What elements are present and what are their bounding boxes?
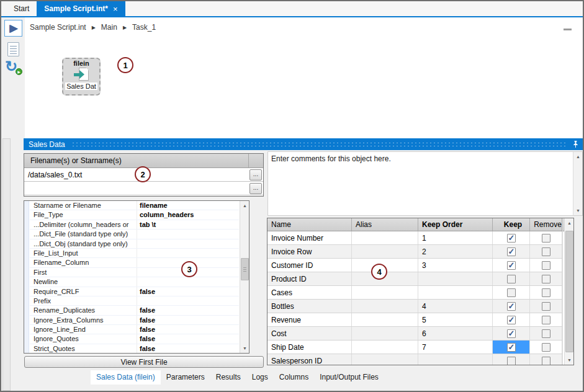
header-alias[interactable]: Alias [352, 218, 418, 231]
keep-checkbox[interactable] [507, 261, 516, 270]
cell-remove[interactable] [530, 231, 562, 244]
tab-logs[interactable]: Logs [246, 370, 274, 385]
remove-checkbox[interactable] [542, 302, 550, 311]
cell-alias[interactable] [352, 231, 418, 244]
property-value[interactable] [137, 239, 239, 248]
keep-checkbox[interactable] [507, 343, 516, 352]
cell-keep[interactable] [493, 300, 530, 313]
property-row[interactable]: Ignore_Line_Endfalse [30, 325, 239, 334]
cell-name[interactable]: Salesperson ID [267, 354, 352, 365]
property-value[interactable] [137, 249, 239, 257]
cell-alias[interactable] [352, 341, 418, 354]
keep-checkbox[interactable] [507, 357, 516, 365]
cell-keep[interactable] [493, 231, 530, 244]
scrollbar-thumb[interactable] [565, 231, 573, 352]
minimize-panel-icon[interactable] [564, 29, 572, 30]
header-remove[interactable]: Remove [530, 218, 562, 231]
comments-scrollbar[interactable]: ▲ ▼ [573, 152, 582, 215]
cell-alias[interactable] [352, 286, 418, 299]
cell-keep[interactable] [493, 245, 530, 258]
scroll-up-icon[interactable]: ▲ [565, 218, 574, 228]
property-row[interactable]: First [30, 268, 239, 277]
remove-checkbox[interactable] [542, 234, 550, 243]
tab-start[interactable]: Start [6, 1, 37, 16]
cell-keep-order[interactable]: 3 [418, 259, 493, 272]
property-row[interactable]: Ignore_Extra_Columnsfalse [30, 316, 239, 325]
cell-keep-order[interactable]: 6 [418, 327, 493, 340]
header-keep-order[interactable]: Keep Order [418, 218, 493, 231]
tab-parameters[interactable]: Parameters [161, 370, 210, 385]
remove-checkbox[interactable] [542, 343, 550, 352]
pin-icon[interactable] [572, 140, 579, 148]
run-button[interactable]: ▶ [4, 20, 22, 37]
tab-close-icon[interactable]: × [113, 4, 118, 14]
property-row[interactable]: Require_CRLFfalse [30, 287, 239, 296]
property-row[interactable]: Starname or Filenamefilename [30, 201, 239, 210]
property-row[interactable]: Ignore_Quotesfalse [30, 334, 239, 344]
scrollbar-thumb[interactable] [241, 258, 249, 280]
cell-name[interactable]: Bottles [267, 300, 352, 313]
cell-remove[interactable] [530, 313, 562, 326]
remove-checkbox[interactable] [542, 247, 550, 256]
tab-results[interactable]: Results [210, 370, 246, 385]
scroll-down-icon[interactable]: ▼ [565, 355, 574, 365]
cell-keep[interactable] [493, 313, 530, 326]
cell-keep-selected[interactable] [493, 341, 530, 354]
property-value[interactable]: false [137, 287, 239, 296]
cell-remove[interactable] [530, 259, 562, 272]
cell-name[interactable]: Product ID [267, 272, 352, 285]
property-value[interactable]: column_headers [137, 210, 239, 219]
cell-keep[interactable] [493, 272, 530, 285]
browse-button[interactable]: ... [249, 183, 262, 194]
cell-keep[interactable] [493, 354, 530, 365]
cell-alias[interactable] [352, 313, 418, 326]
property-row[interactable]: File_Typecolumn_headers [30, 210, 239, 220]
cell-keep[interactable] [493, 286, 530, 299]
cell-keep-order[interactable] [418, 272, 493, 285]
property-row[interactable]: Filename_Column [30, 258, 239, 267]
property-row[interactable]: Newline [30, 277, 239, 287]
property-value[interactable] [137, 277, 239, 286]
cell-keep-order[interactable]: 7 [418, 341, 493, 354]
property-value[interactable]: false [137, 325, 239, 334]
remove-checkbox[interactable] [542, 329, 550, 338]
cell-keep-order[interactable]: 1 [418, 231, 493, 244]
property-value[interactable] [137, 229, 239, 238]
property-grid-scrollbar[interactable]: ▲ ▼ [240, 201, 249, 353]
cell-keep-order[interactable] [418, 354, 493, 365]
cell-name[interactable]: Customer ID [267, 259, 352, 272]
tab-input-output-files[interactable]: Input/Output Files [314, 370, 384, 385]
tab-columns[interactable]: Columns [274, 370, 314, 385]
breadcrumb-script[interactable]: Sample Script.int [30, 23, 86, 32]
cell-remove[interactable] [530, 354, 562, 365]
cell-remove[interactable] [530, 300, 562, 313]
cell-name[interactable]: Invoice Number [267, 231, 352, 244]
cell-alias[interactable] [352, 327, 418, 340]
property-value[interactable]: false [137, 334, 239, 343]
keep-checkbox[interactable] [507, 302, 516, 311]
tab-sample-script[interactable]: Sample Script.int* × [37, 1, 125, 16]
cell-alias[interactable] [352, 354, 418, 365]
breadcrumb-task[interactable]: Task_1 [132, 23, 156, 32]
cell-keep-order[interactable]: 4 [418, 300, 493, 313]
columns-table-scrollbar[interactable]: ▲ ▼ [564, 218, 573, 365]
keep-checkbox[interactable] [507, 288, 516, 297]
property-value[interactable]: false [137, 316, 239, 324]
collapsed-splitter[interactable] [2, 138, 11, 391]
remove-checkbox[interactable] [542, 316, 550, 324]
cell-keep[interactable] [493, 327, 530, 340]
browse-button[interactable]: ... [249, 169, 262, 180]
remove-checkbox[interactable] [542, 357, 550, 365]
property-row[interactable]: ...Dict_File (standard type only) [30, 229, 239, 239]
remove-checkbox[interactable] [542, 275, 550, 283]
property-value[interactable] [137, 296, 239, 305]
cell-keep-order[interactable]: 5 [418, 313, 493, 326]
keep-checkbox[interactable] [507, 247, 516, 256]
cell-remove[interactable] [530, 272, 562, 285]
refresh-run-icon[interactable]: ↻ ▶ [5, 58, 22, 75]
property-value[interactable]: filename [137, 201, 239, 210]
property-value[interactable]: false [137, 344, 239, 353]
filename-row[interactable]: ... [24, 182, 263, 195]
tab-sales-data-filein[interactable]: Sales Data (filein) [91, 370, 161, 385]
remove-checkbox[interactable] [542, 288, 550, 297]
